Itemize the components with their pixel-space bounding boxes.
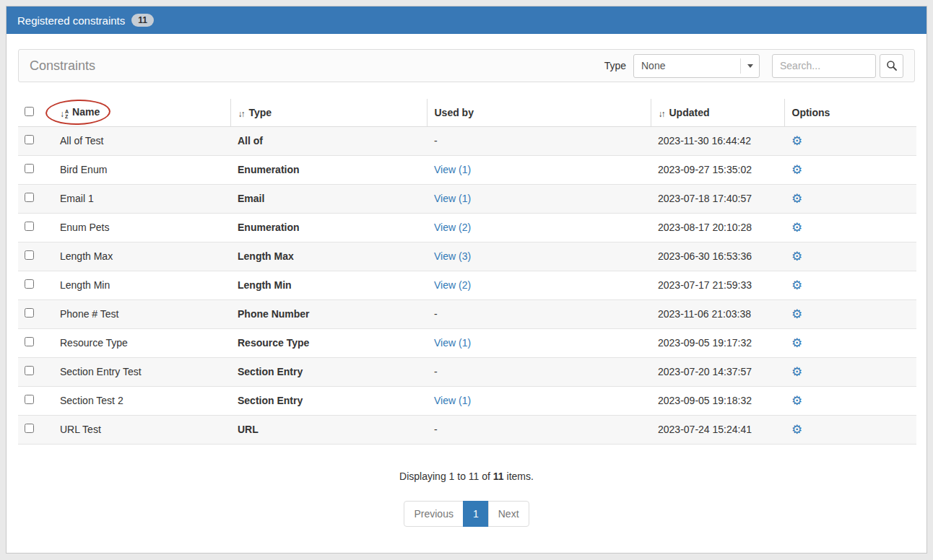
table-row: URL Test URL - 2023-07-24 15:24:41 ⚙ xyxy=(18,415,916,444)
table-row: Email 1 Email View (1) 2023-07-18 17:40:… xyxy=(18,184,916,213)
updated-cell: 2023-07-24 15:24:41 xyxy=(651,415,784,444)
row-checkbox[interactable] xyxy=(25,337,34,346)
gear-icon[interactable]: ⚙ xyxy=(791,222,802,234)
used-by-link[interactable]: View (1) xyxy=(434,193,471,204)
updated-cell: 2023-07-18 17:40:57 xyxy=(651,184,784,213)
used-by-cell: View (3) xyxy=(427,242,651,271)
table-row: Bird Enum Enumeration View (1) 2023-09-2… xyxy=(18,155,916,184)
gear-icon[interactable]: ⚙ xyxy=(791,424,802,436)
row-checkbox[interactable] xyxy=(25,366,34,375)
constraints-panel: Registered constraints 11 Constraints Ty… xyxy=(6,6,927,554)
used-by-cell: View (2) xyxy=(427,271,651,299)
previous-page-button[interactable]: Previous xyxy=(404,501,463,527)
used-by-link[interactable]: View (2) xyxy=(434,279,471,291)
table-row: Phone # Test Phone Number - 2023-11-06 2… xyxy=(18,299,916,328)
type-cell: Section Entry xyxy=(230,357,427,386)
panel-title: Registered constraints xyxy=(17,14,125,27)
used-by-link: - xyxy=(434,308,438,320)
updated-cell: 2023-09-05 19:17:32 xyxy=(651,328,784,357)
used-by-cell: - xyxy=(427,357,651,386)
row-checkbox[interactable] xyxy=(25,250,34,260)
used-by-link[interactable]: View (1) xyxy=(434,337,471,349)
column-header-name[interactable]: ↓AZName xyxy=(53,99,230,126)
used-by-link[interactable]: View (3) xyxy=(434,250,471,262)
gear-icon[interactable]: ⚙ xyxy=(791,279,802,292)
column-header-options: Options xyxy=(784,99,916,126)
count-badge: 11 xyxy=(131,14,154,27)
type-cell: Resource Type xyxy=(230,328,427,357)
table-row: Length Min Length Min View (2) 2023-07-1… xyxy=(18,271,916,299)
checkbox-cell xyxy=(18,357,53,386)
row-checkbox[interactable] xyxy=(25,164,34,173)
name-cell: Bird Enum xyxy=(53,155,230,184)
used-by-cell: - xyxy=(427,126,651,155)
gear-icon[interactable]: ⚙ xyxy=(791,164,802,176)
updated-cell: 2023-09-27 15:35:02 xyxy=(651,155,784,184)
row-checkbox[interactable] xyxy=(25,395,34,404)
sort-icon: ↓↑ xyxy=(659,110,666,118)
select-all-cell xyxy=(18,99,53,126)
gear-icon[interactable]: ⚙ xyxy=(791,366,802,378)
options-cell: ⚙ xyxy=(784,213,916,242)
gear-icon[interactable]: ⚙ xyxy=(791,250,802,263)
options-cell: ⚙ xyxy=(784,126,916,155)
search-input[interactable] xyxy=(772,54,876,78)
table-row: Length Max Length Max View (3) 2023-06-3… xyxy=(18,242,916,271)
column-header-type[interactable]: ↓↑Type xyxy=(230,99,427,126)
updated-cell: 2023-07-20 14:37:57 xyxy=(651,357,784,386)
table-row: Section Test 2 Section Entry View (1) 20… xyxy=(18,386,916,415)
used-by-cell: View (2) xyxy=(427,213,651,242)
row-checkbox[interactable] xyxy=(25,308,34,318)
panel-header: Registered constraints 11 xyxy=(6,6,927,34)
type-cell: Length Min xyxy=(230,271,427,299)
column-header-updated[interactable]: ↓↑Updated xyxy=(651,99,784,126)
summary-suffix: items. xyxy=(504,471,534,482)
table-row: Resource Type Resource Type View (1) 202… xyxy=(18,328,916,357)
updated-cell: 2023-11-30 16:44:42 xyxy=(651,126,784,155)
row-checkbox[interactable] xyxy=(25,135,34,144)
name-cell: Email 1 xyxy=(53,184,230,213)
name-cell: URL Test xyxy=(53,415,230,444)
gear-icon[interactable]: ⚙ xyxy=(791,193,802,205)
row-checkbox[interactable] xyxy=(25,279,34,289)
summary-prefix: Displaying 1 to 11 of xyxy=(399,471,493,482)
checkbox-cell xyxy=(18,386,53,415)
row-checkbox[interactable] xyxy=(25,193,34,202)
row-checkbox[interactable] xyxy=(25,424,34,433)
type-cell: Phone Number xyxy=(230,299,427,328)
used-by-cell: View (1) xyxy=(427,328,651,357)
type-cell: URL xyxy=(230,415,427,444)
gear-icon[interactable]: ⚙ xyxy=(791,337,802,349)
name-cell: All of Test xyxy=(53,126,230,155)
type-cell: Section Entry xyxy=(230,386,427,415)
gear-icon[interactable]: ⚙ xyxy=(791,395,802,407)
column-header-used-by: Used by xyxy=(427,99,651,126)
updated-cell: 2023-08-17 20:10:28 xyxy=(651,213,784,242)
gear-icon[interactable]: ⚙ xyxy=(791,308,802,320)
used-by-link[interactable]: View (2) xyxy=(434,222,471,233)
used-by-cell: - xyxy=(427,299,651,328)
name-cell: Length Max xyxy=(53,242,230,271)
type-cell: Enumeration xyxy=(230,213,427,242)
search-button[interactable] xyxy=(880,54,903,78)
used-by-cell: View (1) xyxy=(427,155,651,184)
checkbox-cell xyxy=(18,299,53,328)
select-all-checkbox[interactable] xyxy=(25,107,34,116)
options-cell: ⚙ xyxy=(784,299,916,328)
options-cell: ⚙ xyxy=(784,155,916,184)
type-filter-select[interactable]: None xyxy=(633,54,760,78)
used-by-link[interactable]: View (1) xyxy=(434,395,471,406)
checkbox-cell xyxy=(18,328,53,357)
name-cell: Length Min xyxy=(53,271,230,299)
page-1-button[interactable]: 1 xyxy=(463,501,489,527)
used-by-link: - xyxy=(434,366,438,377)
gear-icon[interactable]: ⚙ xyxy=(791,135,802,147)
toolbar-title: Constraints xyxy=(30,58,95,74)
next-page-button[interactable]: Next xyxy=(488,501,529,527)
row-checkbox[interactable] xyxy=(25,222,34,231)
checkbox-cell xyxy=(18,126,53,155)
used-by-link[interactable]: View (1) xyxy=(434,164,471,175)
options-cell: ⚙ xyxy=(784,271,916,299)
sort-alpha-icon: ↓AZ xyxy=(60,109,69,119)
used-by-cell: View (1) xyxy=(427,184,651,213)
